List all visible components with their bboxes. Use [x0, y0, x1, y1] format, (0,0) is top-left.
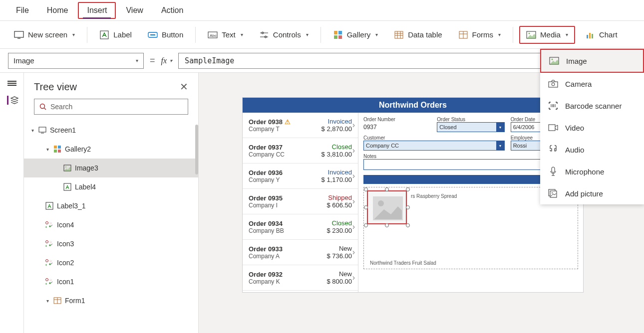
text-button[interactable]: Abc Text ▾ [202, 27, 249, 43]
add-picture-icon [548, 188, 558, 198]
scrollbar-thumb[interactable] [195, 125, 198, 174]
tree-node-label3-1[interactable]: Label3_1 [24, 196, 198, 215]
menu-file[interactable]: File [8, 3, 37, 18]
media-microphone-label: Microphone [565, 167, 604, 176]
svg-rect-37 [552, 167, 555, 172]
caret-icon: ▾ [30, 128, 35, 133]
forms-button[interactable]: Forms ▾ [452, 27, 507, 43]
menu-action[interactable]: Action [153, 3, 191, 18]
forms-label: Forms [472, 30, 494, 39]
label-button[interactable]: Label [93, 27, 138, 43]
svg-rect-27 [592, 34, 593, 38]
order-row[interactable]: Order 0935Company IShipped$ 606.50› [243, 189, 358, 214]
fx-label[interactable]: fx▾ [161, 56, 173, 65]
chevron-down-icon: ▾ [496, 141, 504, 150]
form-icon [53, 296, 62, 305]
svg-rect-12 [338, 31, 342, 34]
media-audio-label: Audio [565, 146, 584, 154]
order-status-select[interactable]: Closed▾ [437, 122, 504, 132]
menu-insert[interactable]: Insert [78, 2, 116, 19]
media-button[interactable]: Media ▾ [519, 26, 575, 44]
customer-select[interactable]: Company CC▾ [363, 141, 505, 151]
barcode-icon [548, 101, 558, 111]
order-row[interactable]: Order 0938 ⚠Company TInvoiced$ 2,870.00› [243, 113, 358, 138]
order-list[interactable]: Order 0938 ⚠Company TInvoiced$ 2,870.00›… [243, 113, 358, 292]
gallery-button[interactable]: Gallery ▾ [327, 27, 384, 43]
media-label: Media [540, 30, 561, 39]
media-barcode-item[interactable]: Barcode scanner [540, 95, 644, 117]
media-image-label: Image [566, 57, 587, 65]
tree-view-icon[interactable] [7, 96, 17, 105]
tree-node-gallery2[interactable]: ▾ Gallery2 [24, 140, 198, 159]
order-row[interactable]: Order 0932Company KNew$ 800.00› [243, 265, 358, 291]
left-rail [0, 73, 24, 333]
chevron-down-icon: ▾ [72, 32, 75, 37]
close-icon[interactable]: ✕ [180, 81, 188, 93]
order-row[interactable]: Order 0937Company CCClosed$ 3,810.00› [243, 138, 358, 164]
property-selector[interactable]: Image ▾ [8, 53, 144, 69]
screen-icon [14, 30, 24, 40]
svg-point-50 [65, 166, 66, 167]
label-text: Label [113, 30, 132, 39]
tree-node-icon2[interactable]: ♡+ Icon2 [24, 253, 198, 272]
svg-text:+: + [45, 282, 47, 286]
value-order-number: 0937 [363, 122, 431, 132]
svg-rect-2 [100, 31, 108, 39]
ribbon-toolbar: New screen ▾ Label Button Abc Text ▾ Con… [0, 21, 644, 49]
order-row[interactable]: Order 0933Company ANew$ 736.00› [243, 240, 358, 265]
svg-text:♡: ♡ [49, 279, 52, 282]
menu-home[interactable]: Home [39, 3, 76, 18]
svg-rect-11 [334, 31, 337, 34]
new-screen-button[interactable]: New screen ▾ [8, 27, 81, 43]
tree-node-screen1[interactable]: ▾ Screen1 [24, 121, 198, 140]
media-video-item[interactable]: Video [540, 117, 644, 139]
tree-node-icon4[interactable]: ♡+ Icon4 [24, 215, 198, 234]
tree-node-label: Icon4 [57, 221, 74, 229]
svg-point-53 [46, 222, 48, 224]
table-icon [394, 30, 404, 40]
hamburger-icon[interactable] [7, 80, 16, 87]
media-video-label: Video [565, 124, 584, 132]
chevron-down-icon: ▾ [496, 123, 504, 132]
tree-node-label: Gallery2 [65, 145, 91, 153]
separator [87, 27, 87, 43]
label-icon [99, 30, 109, 40]
media-barcode-label: Barcode scanner [565, 102, 622, 110]
svg-point-24 [529, 32, 530, 34]
media-audio-item[interactable]: Audio [540, 139, 644, 161]
order-row[interactable]: Order 0936Company YInvoiced$ 1,170.00› [243, 164, 358, 189]
tree-node-icon1[interactable]: ♡+ Icon1 [24, 272, 198, 291]
tree-node-label4[interactable]: Label4 [24, 177, 198, 196]
svg-point-29 [552, 59, 553, 60]
media-microphone-item[interactable]: Microphone [540, 161, 644, 182]
separator [195, 27, 196, 43]
tree-node-icon3[interactable]: ♡+ Icon3 [24, 234, 198, 253]
tree-node-form1[interactable]: ▾ Form1 [24, 291, 198, 310]
label-icon [45, 201, 54, 210]
svg-rect-47 [54, 150, 57, 153]
media-add-picture-item[interactable]: Add picture [540, 182, 644, 204]
order-row[interactable]: Order 0934Company BBClosed$ 230.00› [243, 214, 358, 240]
media-camera-item[interactable]: Camera [540, 73, 644, 95]
search-input[interactable]: Search [34, 99, 188, 115]
tree-node-label: Label4 [75, 183, 96, 191]
tree-view-title: Tree view [34, 81, 77, 93]
image-control-selected[interactable] [367, 190, 407, 224]
svg-rect-26 [589, 33, 591, 38]
media-image-item[interactable]: Image [540, 49, 644, 73]
data-table-button[interactable]: Data table [388, 27, 448, 43]
svg-point-69 [378, 200, 384, 206]
label-order-status: Order Status [437, 117, 504, 122]
tree-node-label: Icon2 [57, 259, 74, 267]
svg-rect-36 [549, 125, 555, 131]
menu-bar: File Home Insert View Action [0, 0, 644, 21]
tree-node-image3[interactable]: Image3 [24, 159, 198, 177]
search-icon [39, 103, 46, 110]
chart-button[interactable]: Chart [579, 27, 624, 43]
gallery-icon [333, 30, 343, 40]
media-icon [526, 30, 536, 40]
controls-button[interactable]: Controls ▾ [253, 27, 315, 43]
button-button[interactable]: Button [142, 27, 189, 43]
caret-icon: ▾ [45, 147, 50, 152]
menu-view[interactable]: View [118, 3, 151, 18]
